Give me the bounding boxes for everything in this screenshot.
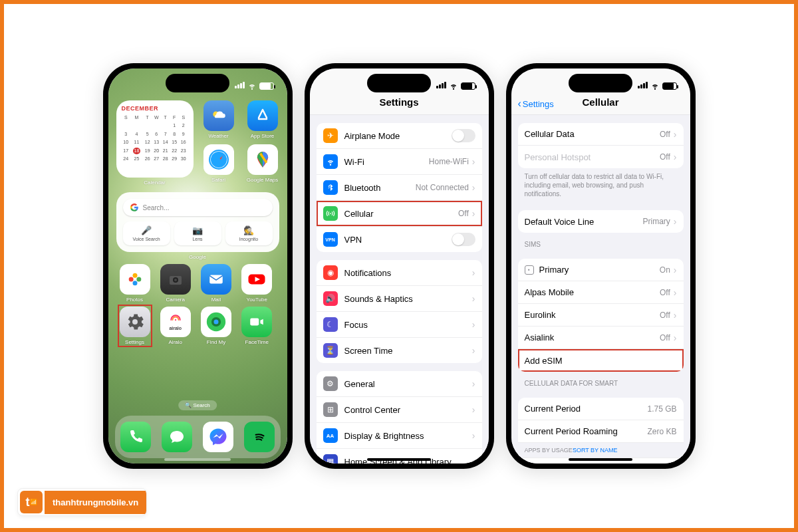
dynamic-island bbox=[569, 74, 632, 92]
dock bbox=[115, 416, 281, 458]
calendar-widget[interactable]: DECEMBER SMTWTFS 12 3456789 101112131415… bbox=[116, 100, 194, 178]
gear-icon: ⚙ bbox=[323, 376, 338, 391]
phone-cellular: ‹Settings Cellular Cellular DataOff› Per… bbox=[506, 63, 696, 469]
apps-grid-icon: ▦ bbox=[323, 454, 338, 464]
wifi-icon bbox=[323, 154, 338, 169]
settings-list[interactable]: ✈Airplane Mode Wi-FiHome-WiFi› Bluetooth… bbox=[310, 115, 489, 464]
svg-point-5 bbox=[132, 273, 137, 278]
text-size-icon: AA bbox=[323, 428, 338, 443]
home-search-pill[interactable]: 🔍 Search bbox=[178, 400, 217, 410]
row-roaming[interactable]: Current Period RoamingZero KB bbox=[518, 420, 684, 443]
vpn-icon: VPN bbox=[323, 232, 338, 247]
home-indicator[interactable] bbox=[367, 458, 431, 461]
app-safari[interactable]: Safari bbox=[200, 144, 237, 183]
row-airplane[interactable]: ✈Airplane Mode bbox=[317, 123, 482, 149]
row-hotspot[interactable]: Personal HotspotOff› bbox=[518, 146, 684, 168]
app-facetime[interactable]: FaceTime bbox=[238, 307, 275, 345]
sort-button[interactable]: SORT BY NAME bbox=[573, 447, 618, 454]
svg-point-14 bbox=[175, 319, 176, 320]
back-button[interactable]: ‹Settings bbox=[518, 98, 554, 110]
wifi-icon bbox=[247, 81, 257, 90]
row-sim-primary[interactable]: ▪PrimaryOn› bbox=[518, 259, 684, 281]
nav-title: Settings bbox=[379, 96, 418, 108]
app-youtube[interactable]: YouTube bbox=[238, 264, 275, 303]
incognito-icon: 🕵️ bbox=[228, 225, 270, 235]
wifi-icon bbox=[449, 81, 458, 90]
dock-messages[interactable] bbox=[162, 422, 192, 452]
google-label: Google bbox=[108, 254, 287, 260]
row-general[interactable]: ⚙General› bbox=[317, 371, 482, 397]
app-airalo[interactable]: airaloAiralo bbox=[157, 307, 194, 345]
moon-icon: ☾ bbox=[323, 317, 338, 332]
row-sim[interactable]: AsialinkOff› bbox=[518, 327, 684, 349]
row-wifi[interactable]: Wi-FiHome-WiFi› bbox=[317, 149, 482, 175]
signal-icon bbox=[637, 82, 648, 90]
nav-title: Cellular bbox=[582, 96, 618, 108]
row-homescreen[interactable]: ▦Home Screen & App Library› bbox=[317, 449, 482, 464]
bluetooth-icon bbox=[323, 180, 338, 195]
airplane-icon: ✈ bbox=[323, 128, 338, 143]
row-cellular-data[interactable]: Cellular DataOff› bbox=[518, 123, 684, 146]
row-screentime[interactable]: ⏳Screen Time› bbox=[317, 338, 482, 363]
sims-header: SIMs bbox=[511, 233, 690, 251]
app-mail[interactable]: Mail bbox=[198, 264, 235, 303]
row-bluetooth[interactable]: BluetoothNot Connected› bbox=[317, 175, 482, 201]
app-camera[interactable]: Camera bbox=[157, 264, 194, 303]
dynamic-island bbox=[166, 74, 229, 92]
dock-messenger[interactable] bbox=[203, 422, 233, 452]
signal-icon bbox=[436, 82, 446, 90]
apps-usage-header: APPS BY USAGESORT BY NAME bbox=[518, 443, 684, 458]
chevron-icon: › bbox=[472, 208, 475, 219]
row-add-esim[interactable]: Add eSIM bbox=[518, 349, 684, 372]
lens-icon: 📷 bbox=[177, 225, 219, 235]
row-sim[interactable]: EurolinkOff› bbox=[518, 304, 684, 327]
watermark: t📶 thanhtrungmobile.vn bbox=[17, 488, 147, 516]
dynamic-island bbox=[367, 74, 431, 92]
google-incognito[interactable]: 🕵️Incognito bbox=[225, 221, 273, 245]
bell-icon: ◉ bbox=[323, 265, 338, 280]
svg-point-17 bbox=[213, 319, 218, 324]
wifi-icon bbox=[650, 81, 660, 90]
phone-settings: Settings ✈Airplane Mode Wi-FiHome-WiFi› … bbox=[305, 63, 494, 469]
google-voice[interactable]: 🎤Voice Search bbox=[123, 221, 170, 245]
row-focus[interactable]: ☾Focus› bbox=[317, 312, 482, 338]
calendar-month: DECEMBER bbox=[122, 104, 188, 114]
calendar-label: Calendar bbox=[116, 180, 194, 186]
svg-point-11 bbox=[174, 279, 177, 281]
row-current-period[interactable]: Current Period1.75 GB bbox=[518, 398, 684, 420]
row-display[interactable]: AADisplay & Brightness› bbox=[317, 423, 482, 449]
toggle[interactable] bbox=[452, 129, 475, 142]
app-weather[interactable]: Weather bbox=[200, 100, 237, 139]
row-cellular[interactable]: CellularOff› bbox=[317, 201, 482, 227]
svg-point-6 bbox=[136, 277, 141, 282]
google-search[interactable]: Search... bbox=[123, 199, 273, 216]
app-photos[interactable]: Photos bbox=[116, 264, 154, 303]
svg-rect-12 bbox=[209, 275, 223, 284]
row-voice-line[interactable]: Default Voice LinePrimary› bbox=[518, 210, 684, 233]
row-controlcenter[interactable]: ⊞Control Center› bbox=[317, 397, 482, 423]
hourglass-icon: ⏳ bbox=[323, 343, 338, 358]
mic-icon: 🎤 bbox=[126, 225, 168, 235]
app-findmy[interactable]: Find My bbox=[198, 307, 235, 345]
usage-header: CELLULAR DATA FOR SMART bbox=[511, 372, 690, 390]
app-settings[interactable]: Settings bbox=[116, 307, 154, 345]
app-googlemaps[interactable]: Google Maps bbox=[244, 144, 281, 183]
home-indicator[interactable] bbox=[164, 458, 231, 461]
cellular-icon bbox=[323, 206, 338, 221]
row-sounds[interactable]: 🔊Sounds & Haptics› bbox=[317, 286, 482, 312]
dock-phone[interactable] bbox=[120, 422, 151, 452]
row-sim[interactable]: Alpas MobileOff› bbox=[518, 281, 684, 304]
home-indicator[interactable] bbox=[569, 458, 632, 461]
svg-point-3 bbox=[211, 152, 227, 168]
google-lens[interactable]: 📷Lens bbox=[174, 221, 221, 245]
app-appstore[interactable]: App Store bbox=[244, 100, 281, 139]
row-vpn[interactable]: VPNVPN bbox=[317, 227, 482, 252]
cellular-list[interactable]: Cellular DataOff› Personal HotspotOff› T… bbox=[511, 115, 690, 464]
dock-spotify[interactable] bbox=[244, 422, 275, 452]
watermark-logo-icon: t📶 bbox=[20, 491, 43, 513]
toggle[interactable] bbox=[452, 233, 475, 246]
row-notifications[interactable]: ◉Notifications› bbox=[317, 260, 482, 286]
sim-badge-icon: ▪ bbox=[525, 265, 534, 275]
google-widget[interactable]: Search... 🎤Voice Search 📷Lens 🕵️Incognit… bbox=[116, 192, 279, 252]
signal-icon bbox=[234, 82, 245, 90]
